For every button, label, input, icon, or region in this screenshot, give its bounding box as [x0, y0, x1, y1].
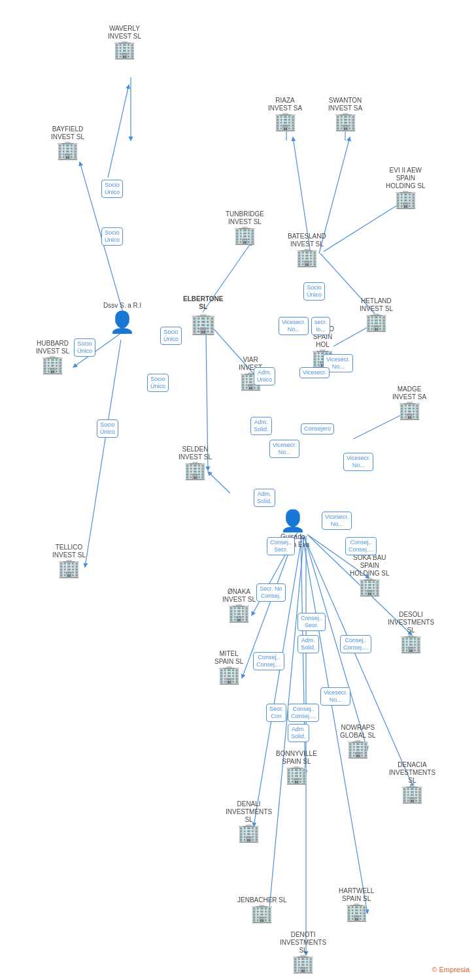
- node-bonnyville[interactable]: BONNYVILLE SPAIN SL 🏢: [276, 750, 317, 784]
- copyright: © Empresia: [432, 966, 469, 973]
- node-tunbridge[interactable]: TUNBRIDGE INVEST SL 🏢: [226, 210, 264, 244]
- node-hubbard[interactable]: HUBBARD INVEST SL 🏢: [36, 340, 69, 374]
- node-dssv[interactable]: Dssv S. a R.I 👤: [103, 302, 141, 335]
- soka-bau-icon: 🏢: [358, 578, 381, 596]
- elbertone-icon: 🏢: [190, 311, 216, 336]
- node-riaza[interactable]: RIAZA INVEST SA 🏢: [268, 97, 302, 131]
- badge-socio-unico-6[interactable]: SocioÚnico: [147, 374, 169, 392]
- badge-socio-unico-2[interactable]: SocioÚnico: [101, 227, 123, 246]
- bonnyville-icon: 🏢: [285, 766, 308, 784]
- tellico-icon: 🏢: [58, 559, 80, 578]
- madge-icon: 🏢: [398, 401, 421, 419]
- node-bayfield[interactable]: BAYFIELD INVEST SL 🏢: [51, 125, 84, 159]
- dssv-label: Dssv S. a R.I: [103, 302, 141, 310]
- bayfield-icon: 🏢: [56, 141, 79, 159]
- badge-adm-solid-3[interactable]: Adm.Solid.: [298, 635, 319, 653]
- riaza-icon: 🏢: [274, 112, 297, 131]
- hubbard-label: HUBBARD INVEST SL: [36, 340, 69, 355]
- tellico-label: TELLICO INVEST SL: [52, 544, 86, 559]
- node-jenbacher[interactable]: JENBACHER SL 🏢: [237, 896, 287, 923]
- jenbacher-icon: 🏢: [250, 904, 273, 923]
- batesland-label: BATESLAND INVEST SL: [288, 233, 326, 248]
- elbertone-label: ELBERTONE SL: [183, 295, 224, 311]
- badge-vicesecr-no-5[interactable]: Vicesecr.No...: [322, 512, 352, 530]
- riaza-label: RIAZA INVEST SA: [268, 97, 302, 112]
- badge-socio-unico-4[interactable]: SocioÚnico: [160, 327, 182, 345]
- badge-consej-consej-2[interactable]: Consej..Consej....: [340, 635, 371, 653]
- node-nowraps[interactable]: NOWRAPS GLOBAL SL 🏢: [340, 724, 376, 758]
- node-onaka[interactable]: ØNAKA INVEST SL 🏢: [222, 588, 256, 622]
- mitel-icon: 🏢: [218, 666, 241, 684]
- node-swanton[interactable]: SWANTON INVEST SA 🏢: [328, 97, 362, 131]
- node-denoti[interactable]: DENOTI INVESTMENTS SL 🏢: [280, 931, 326, 973]
- hetland-label: HETLAND INVEST SL: [360, 297, 393, 313]
- node-hartwell[interactable]: HARTWELL SPAIN SL 🏢: [339, 887, 374, 921]
- badge-vicesecr-no-3[interactable]: Vicesecr.No...: [269, 440, 299, 458]
- badge-consej-consej-4[interactable]: Consej..Consej....: [288, 704, 319, 722]
- badge-adm-solid-1[interactable]: Adm.Solid.: [250, 417, 272, 435]
- badge-secr-no-consej[interactable]: Secr. NoConsej.: [256, 583, 286, 602]
- badge-consej-consej-3[interactable]: Consej..Consej....: [253, 652, 284, 670]
- denoti-icon: 🏢: [292, 955, 314, 973]
- node-evi[interactable]: EVI II AEW SPAIN HOLDING SL 🏢: [386, 167, 426, 208]
- badge-vicesecr-1[interactable]: Vicesecr.: [299, 367, 330, 378]
- denali-label: DENALI INVESTMENTS SL: [226, 800, 272, 824]
- badge-socio-unico-7[interactable]: SocioÚnico: [303, 282, 325, 301]
- onaka-icon: 🏢: [228, 604, 250, 622]
- badge-secr-io[interactable]: secr.io...: [311, 317, 330, 335]
- badge-socio-unico-1[interactable]: SocioÚnico: [101, 180, 123, 198]
- node-hetland[interactable]: HETLAND INVEST SL 🏢: [360, 297, 393, 331]
- tunbridge-icon: 🏢: [233, 226, 256, 244]
- evi-icon: 🏢: [394, 190, 417, 208]
- badge-vicesecr-no-1[interactable]: Vicesecr.No...: [279, 317, 309, 335]
- batesland-icon: 🏢: [296, 248, 318, 267]
- badge-adm-solid-4[interactable]: Adm.Solid.: [288, 724, 309, 742]
- badge-seor-con[interactable]: Seor.Con: [266, 704, 286, 722]
- badge-vicesecr-no-6[interactable]: Vicesecr.No...: [320, 687, 350, 706]
- bonnyville-label: BONNYVILLE SPAIN SL: [276, 750, 317, 766]
- tunbridge-label: TUNBRIDGE INVEST SL: [226, 210, 264, 226]
- denacia-icon: 🏢: [401, 785, 424, 803]
- svg-line-7: [108, 85, 129, 178]
- denoti-label: DENOTI INVESTMENTS SL: [280, 931, 326, 955]
- node-desoli[interactable]: DESOLI INVESTMENTS SL 🏢: [388, 611, 434, 653]
- badge-consej-seor[interactable]: Consej..Seor.: [298, 613, 326, 631]
- badge-vicesecr-no-4[interactable]: Vicesecr.No...: [343, 453, 373, 471]
- badge-adm-unico[interactable]: Adm.Unico: [254, 367, 275, 385]
- waverly-label: WAVERLY INVEST SL: [108, 25, 141, 41]
- waverly-icon: 🏢: [113, 41, 136, 59]
- node-elbertone[interactable]: ELBERTONE SL 🏢: [183, 295, 224, 336]
- desoli-icon: 🏢: [400, 634, 422, 653]
- nowraps-label: NOWRAPS GLOBAL SL: [340, 724, 376, 740]
- svg-line-2: [85, 340, 121, 567]
- nowraps-icon: 🏢: [347, 740, 369, 758]
- badge-adm-solid-2[interactable]: Adm.Solid.: [254, 489, 275, 507]
- node-denali[interactable]: DENALI INVESTMENTS SL 🏢: [226, 800, 272, 842]
- evi-label: EVI II AEW SPAIN HOLDING SL: [386, 167, 426, 190]
- denacia-label: DENACIA INVESTMENTS SL: [389, 761, 435, 785]
- node-mitel[interactable]: MITEL SPAIN SL 🏢: [214, 650, 243, 684]
- node-selden[interactable]: SELDEN INVEST SL 🏢: [178, 446, 212, 480]
- node-soka-bau[interactable]: SOKA BAU SPAIN HOLDING SL 🏢: [350, 554, 390, 596]
- badge-socio-unico-3[interactable]: SocioÚnico: [74, 338, 95, 357]
- swanton-label: SWANTON INVEST SA: [328, 97, 362, 112]
- node-madge[interactable]: MADGE INVEST SA 🏢: [392, 385, 426, 419]
- onaka-label: ØNAKA INVEST SL: [222, 588, 256, 604]
- node-tellico[interactable]: TELLICO INVEST SL 🏢: [52, 544, 86, 578]
- node-waverly[interactable]: WAVERLY INVEST SL 🏢: [108, 25, 141, 59]
- madge-label: MADGE INVEST SA: [392, 385, 426, 401]
- desoli-label: DESOLI INVESTMENTS SL: [388, 611, 434, 634]
- bayfield-label: BAYFIELD INVEST SL: [51, 125, 84, 141]
- denali-icon: 🏢: [237, 824, 260, 842]
- hubbard-icon: 🏢: [41, 355, 64, 374]
- hartwell-icon: 🏢: [345, 903, 368, 921]
- swanton-icon: 🏢: [334, 112, 357, 131]
- dssv-icon: 👤: [109, 310, 135, 335]
- badge-consejero[interactable]: Consejero: [301, 423, 334, 434]
- mitel-label: MITEL SPAIN SL: [214, 650, 243, 666]
- badge-consej-secr[interactable]: Consej..Secr.: [267, 537, 295, 555]
- node-denacia[interactable]: DENACIA INVESTMENTS SL 🏢: [389, 761, 435, 803]
- node-batesland[interactable]: BATESLAND INVEST SL 🏢: [288, 233, 326, 267]
- badge-consej-consej[interactable]: Consej..Consej....: [345, 537, 377, 555]
- badge-socio-unico-5[interactable]: SocioÚnico: [97, 419, 118, 438]
